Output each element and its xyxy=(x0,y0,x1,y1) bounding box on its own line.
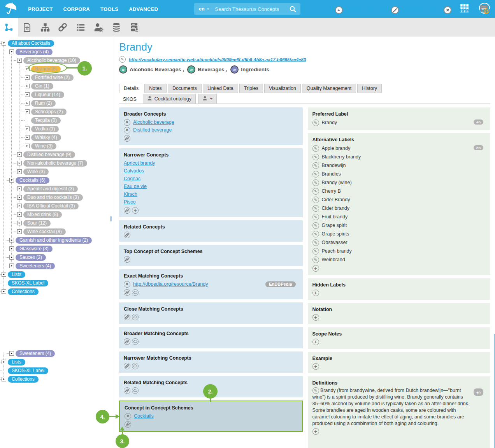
edit-icon[interactable]: ✎ xyxy=(312,214,319,220)
subtab-[interactable]: + xyxy=(198,94,217,104)
link-resource-icon[interactable] xyxy=(125,421,131,428)
web-lookup-icon[interactable] xyxy=(132,314,139,320)
remove-icon[interactable]: ✕ xyxy=(124,281,130,288)
link-resource-icon[interactable] xyxy=(124,289,130,296)
tree-item-lists[interactable]: Lists xyxy=(8,271,25,278)
edit-icon[interactable]: ✎ xyxy=(312,119,319,126)
document-star-icon[interactable] xyxy=(18,18,36,37)
expand-icon[interactable]: ▸ xyxy=(25,84,30,88)
expand-icon[interactable]: ▸ xyxy=(17,229,22,234)
collapse-icon[interactable]: ▾ xyxy=(9,49,14,54)
expand-icon[interactable]: ▸ xyxy=(9,238,14,242)
edit-icon[interactable]: ✎ xyxy=(312,387,319,394)
tree-item-gin-1[interactable]: Gin (1) xyxy=(31,83,53,90)
web-lookup-icon[interactable] xyxy=(132,338,139,345)
link-resource-icon[interactable] xyxy=(124,363,130,369)
panel-splitter-handle[interactable]: ∥ xyxy=(110,216,112,221)
tab-visualization[interactable]: Visualization xyxy=(264,84,301,93)
link-resource-icon[interactable] xyxy=(124,387,130,394)
add-icon[interactable]: + xyxy=(312,314,319,321)
expand-icon[interactable]: ▸ xyxy=(25,144,30,148)
tree-item-vodka-1[interactable]: Vodka (1) xyxy=(31,126,59,132)
tree-item-liqueur-14[interactable]: Liqueur (14) xyxy=(31,91,64,98)
subtab-skos[interactable]: SKOS xyxy=(119,95,140,104)
tree-item-glassware-3[interactable]: Glassware (3) xyxy=(16,246,53,252)
tab-triples[interactable]: Triples xyxy=(239,84,263,93)
expand-icon[interactable]: ▸ xyxy=(25,75,30,80)
tree-item-mixed-drink-8[interactable]: Mixed drink (8) xyxy=(23,211,62,218)
edit-icon[interactable]: ✎ xyxy=(312,197,319,203)
collapse-icon[interactable]: ▾ xyxy=(2,41,6,46)
subtab-cocktail-ontology[interactable]: Cocktail ontology xyxy=(143,94,196,104)
add-icon[interactable]: + xyxy=(312,363,319,370)
menu-advanced[interactable]: ADVANCED xyxy=(129,6,158,12)
expand-icon[interactable]: ▸ xyxy=(17,152,22,157)
edit-icon[interactable]: ✎ xyxy=(312,145,319,152)
add-icon[interactable]: + xyxy=(312,428,319,435)
database-icon[interactable] xyxy=(107,18,125,37)
edit-icon[interactable]: ✎ xyxy=(312,188,319,195)
concept-link-alcoholic-beverage[interactable]: Alcoholic beverage xyxy=(133,119,174,125)
tree-item-sweeteners-4[interactable]: Sweeteners (4) xyxy=(16,263,55,269)
concept-link-cognac[interactable]: Cognac xyxy=(124,176,140,181)
tree-item-wine-3[interactable]: Wine (3) xyxy=(23,169,49,175)
expand-icon[interactable]: ▸ xyxy=(2,377,6,381)
concept-link-kirsch[interactable]: Kirsch xyxy=(124,191,137,197)
tree-item-duo-and-trio-cocktails-3[interactable]: Duo and trio cocktails (3) xyxy=(23,194,83,201)
expand-icon[interactable]: ▸ xyxy=(2,289,6,294)
collapse-icon[interactable]: ▾ xyxy=(9,178,14,183)
expand-icon[interactable]: ▸ xyxy=(2,272,6,277)
expand-icon[interactable]: ▸ xyxy=(9,246,14,251)
link-resource-icon[interactable] xyxy=(124,338,130,345)
edit-icon[interactable]: ✎ xyxy=(312,239,319,246)
edit-icon[interactable]: ✎ xyxy=(312,205,319,212)
menu-tools[interactable]: TOOLS xyxy=(100,6,118,12)
search-input[interactable]: Search Thesaurus Concepts xyxy=(215,6,289,12)
tree-item-non-alcoholic-beverage-7[interactable]: Non-alcoholic beverage (7) xyxy=(23,160,87,167)
expand-icon[interactable]: ▸ xyxy=(17,161,22,165)
tab-linked-data[interactable]: Linked Data xyxy=(203,84,238,93)
tree-item-sauces-2[interactable]: Sauces (2) xyxy=(16,254,46,261)
tab-quality-management[interactable]: Quality Management xyxy=(302,84,356,93)
user-settings-icon[interactable] xyxy=(90,18,107,37)
expand-icon[interactable]: ▸ xyxy=(17,204,22,208)
collection-link-ingredients[interactable]: »Ingredients xyxy=(230,65,269,74)
expand-icon[interactable]: ▸ xyxy=(17,221,22,225)
search-icon[interactable] xyxy=(289,5,297,13)
edit-uri-icon[interactable]: ✎ xyxy=(119,56,126,63)
expand-icon[interactable]: ▸ xyxy=(9,264,14,268)
search-box[interactable]: en ▼ Search Thesaurus Concepts xyxy=(194,3,300,15)
add-icon[interactable]: + xyxy=(312,290,319,296)
tree-item-whisky-4[interactable]: Whisky (4) xyxy=(31,134,61,141)
server-user-icon[interactable] xyxy=(125,18,143,37)
tree-item-cocktails-6[interactable]: Cocktails (6) xyxy=(16,177,49,184)
expand-icon[interactable]: ▸ xyxy=(17,186,22,191)
tree-item-lists[interactable]: Lists xyxy=(8,359,25,365)
concept-link-pisco[interactable]: Pisco xyxy=(124,199,136,205)
search-language-select[interactable]: en xyxy=(199,6,205,12)
umbrella-logo-icon[interactable] xyxy=(3,2,20,16)
web-lookup-icon[interactable] xyxy=(132,289,139,296)
menu-corpora[interactable]: CORPORA xyxy=(63,6,90,12)
link-resource-icon[interactable] xyxy=(124,135,130,142)
web-lookup-icon[interactable] xyxy=(132,387,139,394)
tree-item-skos-xl-label[interactable]: SKOS-XL Label xyxy=(8,280,48,286)
concept-link-http-dbpedia-org-resource-brandy[interactable]: http://dbpedia.org/resource/Brandy xyxy=(133,281,208,287)
tree-item-sour-12[interactable]: Sour (12) xyxy=(23,220,51,227)
tree-item-tequila-0[interactable]: Tequila (0) xyxy=(31,117,61,124)
tab-history[interactable]: History xyxy=(357,84,382,93)
expand-icon[interactable]: ▸ xyxy=(17,169,22,174)
concept-link-eau-de-vie[interactable]: Eau de vie xyxy=(124,184,147,189)
concept-uri-link[interactable]: http://vocabulary.semantic-web.at/cockta… xyxy=(129,57,306,62)
link-resource-icon[interactable] xyxy=(124,314,130,320)
tree-item-collections[interactable]: Collections xyxy=(8,376,39,383)
edit-icon[interactable]: ✎ xyxy=(312,231,319,237)
edit-icon[interactable]: ✎ xyxy=(312,171,319,177)
link-resource-icon[interactable] xyxy=(124,256,130,263)
tree-item-sweeteners-4[interactable]: Sweeteners (4) xyxy=(16,350,55,357)
edit-icon[interactable]: ✎ xyxy=(312,257,319,263)
expand-icon[interactable]: ▸ xyxy=(25,92,30,97)
tree-item-schnapps-2[interactable]: Schnapps (2) xyxy=(31,109,67,115)
tree-item-iba-official-cocktail-3[interactable]: IBA Official Cocktail (3) xyxy=(23,203,79,209)
edit-icon[interactable]: ✎ xyxy=(312,154,319,160)
